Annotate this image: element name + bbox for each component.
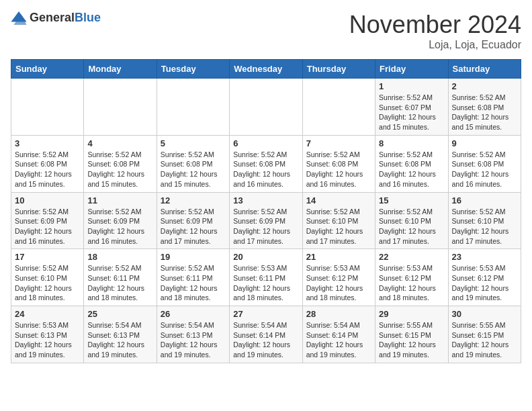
day-info: Sunrise: 5:52 AMSunset: 6:08 PMDaylight:… bbox=[452, 93, 517, 132]
sunrise-text: Sunrise: 5:52 AM bbox=[233, 150, 298, 160]
sunrise-text: Sunrise: 5:52 AM bbox=[379, 207, 444, 217]
day-number: 21 bbox=[306, 252, 371, 262]
day-info: Sunrise: 5:54 AMSunset: 6:14 PMDaylight:… bbox=[233, 320, 298, 360]
daylight-text: Daylight: 12 hours and 16 minutes. bbox=[15, 226, 80, 246]
calendar-day-cell: 7Sunrise: 5:52 AMSunset: 6:08 PMDaylight… bbox=[302, 135, 375, 192]
sunrise-text: Sunrise: 5:52 AM bbox=[87, 207, 152, 217]
sunset-text: Sunset: 6:08 PM bbox=[15, 159, 80, 169]
calendar-day-cell: 10Sunrise: 5:52 AMSunset: 6:09 PMDayligh… bbox=[11, 192, 84, 249]
daylight-text: Daylight: 12 hours and 19 minutes. bbox=[452, 283, 517, 303]
calendar-day-cell: 22Sunrise: 5:53 AMSunset: 6:12 PMDayligh… bbox=[375, 249, 448, 306]
sunset-text: Sunset: 6:07 PM bbox=[379, 103, 444, 113]
calendar-week-1: 1Sunrise: 5:52 AMSunset: 6:07 PMDaylight… bbox=[11, 79, 521, 136]
day-number: 22 bbox=[379, 252, 444, 262]
weekday-header-monday: Monday bbox=[84, 60, 157, 79]
calendar-day-cell: 5Sunrise: 5:52 AMSunset: 6:08 PMDaylight… bbox=[157, 135, 229, 192]
sunrise-text: Sunrise: 5:53 AM bbox=[15, 320, 80, 330]
calendar-day-cell: 24Sunrise: 5:53 AMSunset: 6:13 PMDayligh… bbox=[11, 306, 84, 363]
day-info: Sunrise: 5:52 AMSunset: 6:10 PMDaylight:… bbox=[379, 207, 444, 246]
day-info: Sunrise: 5:52 AMSunset: 6:11 PMDaylight:… bbox=[161, 263, 226, 303]
daylight-text: Daylight: 12 hours and 17 minutes. bbox=[452, 226, 517, 246]
calendar-day-cell: 29Sunrise: 5:55 AMSunset: 6:15 PMDayligh… bbox=[375, 306, 448, 363]
sunrise-text: Sunrise: 5:52 AM bbox=[379, 93, 444, 103]
calendar-day-cell: 12Sunrise: 5:52 AMSunset: 6:09 PMDayligh… bbox=[157, 192, 229, 249]
day-info: Sunrise: 5:53 AMSunset: 6:12 PMDaylight:… bbox=[452, 263, 517, 303]
calendar-day-cell: 4Sunrise: 5:52 AMSunset: 6:08 PMDaylight… bbox=[84, 135, 157, 192]
weekday-header-wednesday: Wednesday bbox=[230, 60, 302, 79]
day-number: 2 bbox=[452, 81, 517, 91]
calendar-day-cell: 1Sunrise: 5:52 AMSunset: 6:07 PMDaylight… bbox=[375, 79, 448, 136]
daylight-text: Daylight: 12 hours and 18 minutes. bbox=[87, 283, 152, 303]
calendar-day-cell: 8Sunrise: 5:52 AMSunset: 6:08 PMDaylight… bbox=[375, 135, 448, 192]
sunset-text: Sunset: 6:13 PM bbox=[161, 330, 226, 340]
weekday-header-friday: Friday bbox=[375, 60, 448, 79]
daylight-text: Daylight: 12 hours and 16 minutes. bbox=[306, 169, 371, 189]
day-number: 8 bbox=[379, 138, 444, 148]
sunrise-text: Sunrise: 5:52 AM bbox=[306, 150, 371, 160]
calendar-day-cell: 3Sunrise: 5:52 AMSunset: 6:08 PMDaylight… bbox=[11, 135, 84, 192]
sunset-text: Sunset: 6:11 PM bbox=[233, 273, 298, 283]
daylight-text: Daylight: 12 hours and 17 minutes. bbox=[306, 226, 371, 246]
sunrise-text: Sunrise: 5:52 AM bbox=[161, 150, 226, 160]
daylight-text: Daylight: 12 hours and 19 minutes. bbox=[161, 340, 226, 359]
calendar-day-cell: 18Sunrise: 5:52 AMSunset: 6:11 PMDayligh… bbox=[84, 249, 157, 306]
daylight-text: Daylight: 12 hours and 16 minutes. bbox=[379, 169, 444, 189]
day-info: Sunrise: 5:52 AMSunset: 6:11 PMDaylight:… bbox=[87, 263, 152, 303]
calendar-table: SundayMondayTuesdayWednesdayThursdayFrid… bbox=[11, 59, 521, 363]
sunrise-text: Sunrise: 5:52 AM bbox=[379, 150, 444, 160]
weekday-header-thursday: Thursday bbox=[302, 60, 375, 79]
daylight-text: Daylight: 12 hours and 16 minutes. bbox=[87, 226, 152, 246]
sunrise-text: Sunrise: 5:53 AM bbox=[306, 263, 371, 273]
day-number: 29 bbox=[379, 309, 444, 319]
sunrise-text: Sunrise: 5:54 AM bbox=[306, 320, 371, 330]
day-info: Sunrise: 5:52 AMSunset: 6:10 PMDaylight:… bbox=[452, 207, 517, 246]
calendar-day-cell: 6Sunrise: 5:52 AMSunset: 6:08 PMDaylight… bbox=[230, 135, 302, 192]
calendar-day-cell bbox=[11, 79, 84, 136]
calendar-day-cell: 26Sunrise: 5:54 AMSunset: 6:13 PMDayligh… bbox=[157, 306, 229, 363]
sunrise-text: Sunrise: 5:55 AM bbox=[452, 320, 517, 330]
calendar-day-cell bbox=[230, 79, 302, 136]
day-number: 1 bbox=[379, 81, 444, 91]
day-info: Sunrise: 5:54 AMSunset: 6:13 PMDaylight:… bbox=[87, 320, 152, 360]
day-number: 5 bbox=[161, 138, 226, 148]
calendar-day-cell: 16Sunrise: 5:52 AMSunset: 6:10 PMDayligh… bbox=[448, 192, 521, 249]
daylight-text: Daylight: 12 hours and 18 minutes. bbox=[379, 283, 444, 303]
sunrise-text: Sunrise: 5:52 AM bbox=[15, 207, 80, 217]
day-number: 17 bbox=[15, 252, 80, 262]
sunset-text: Sunset: 6:08 PM bbox=[452, 103, 517, 113]
calendar-week-4: 17Sunrise: 5:52 AMSunset: 6:10 PMDayligh… bbox=[11, 249, 521, 306]
daylight-text: Daylight: 12 hours and 15 minutes. bbox=[15, 169, 80, 189]
daylight-text: Daylight: 12 hours and 19 minutes. bbox=[306, 340, 371, 359]
sunset-text: Sunset: 6:08 PM bbox=[161, 159, 226, 169]
calendar-day-cell: 19Sunrise: 5:52 AMSunset: 6:11 PMDayligh… bbox=[157, 249, 229, 306]
sunrise-text: Sunrise: 5:53 AM bbox=[379, 263, 444, 273]
calendar-day-cell: 14Sunrise: 5:52 AMSunset: 6:10 PMDayligh… bbox=[302, 192, 375, 249]
daylight-text: Daylight: 12 hours and 17 minutes. bbox=[379, 226, 444, 246]
sunset-text: Sunset: 6:12 PM bbox=[306, 273, 371, 283]
sunset-text: Sunset: 6:14 PM bbox=[306, 330, 371, 340]
day-number: 7 bbox=[306, 138, 371, 148]
daylight-text: Daylight: 12 hours and 17 minutes. bbox=[233, 226, 298, 246]
sunset-text: Sunset: 6:10 PM bbox=[379, 216, 444, 226]
sunrise-text: Sunrise: 5:52 AM bbox=[87, 263, 152, 273]
weekday-header-saturday: Saturday bbox=[448, 60, 521, 79]
daylight-text: Daylight: 12 hours and 15 minutes. bbox=[87, 169, 152, 189]
daylight-text: Daylight: 12 hours and 18 minutes. bbox=[15, 283, 80, 303]
daylight-text: Daylight: 12 hours and 16 minutes. bbox=[233, 169, 298, 189]
day-info: Sunrise: 5:52 AMSunset: 6:09 PMDaylight:… bbox=[87, 207, 152, 246]
month-title: November 2024 bbox=[349, 11, 521, 39]
sunset-text: Sunset: 6:08 PM bbox=[233, 159, 298, 169]
sunrise-text: Sunrise: 5:52 AM bbox=[15, 263, 80, 273]
day-number: 13 bbox=[233, 195, 298, 205]
sunset-text: Sunset: 6:13 PM bbox=[87, 330, 152, 340]
day-number: 16 bbox=[452, 195, 517, 205]
day-number: 24 bbox=[15, 309, 80, 319]
day-info: Sunrise: 5:53 AMSunset: 6:12 PMDaylight:… bbox=[379, 263, 444, 303]
sunset-text: Sunset: 6:11 PM bbox=[161, 273, 226, 283]
day-info: Sunrise: 5:53 AMSunset: 6:12 PMDaylight:… bbox=[306, 263, 371, 303]
daylight-text: Daylight: 12 hours and 18 minutes. bbox=[233, 283, 298, 303]
sunrise-text: Sunrise: 5:52 AM bbox=[161, 207, 226, 217]
sunrise-text: Sunrise: 5:52 AM bbox=[15, 150, 80, 160]
day-info: Sunrise: 5:52 AMSunset: 6:09 PMDaylight:… bbox=[233, 207, 298, 246]
calendar-day-cell: 20Sunrise: 5:53 AMSunset: 6:11 PMDayligh… bbox=[230, 249, 302, 306]
